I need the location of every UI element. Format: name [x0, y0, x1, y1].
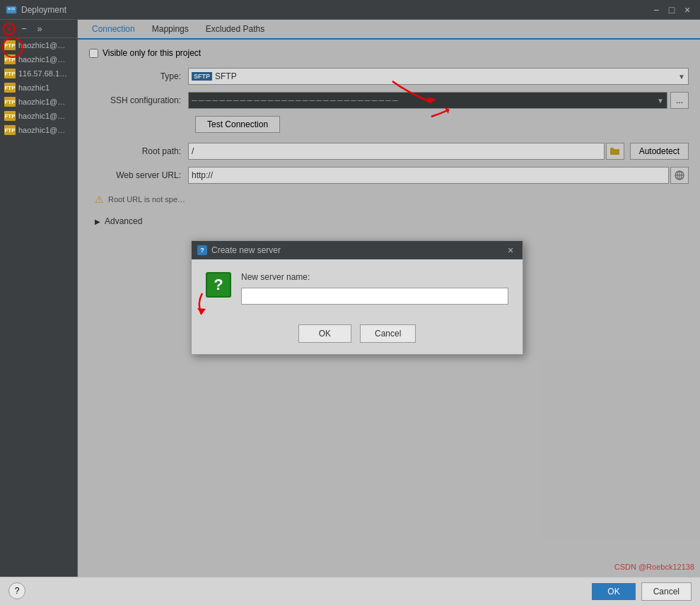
sidebar-item[interactable]: FTP 116.57.68.1… — [0, 66, 77, 81]
modal-question-icon: ? — [206, 272, 231, 298]
sidebar-item-label: haozhic1@… — [18, 126, 65, 134]
sidebar-item-label: 116.57.68.1… — [18, 69, 67, 78]
sidebar-item[interactable]: FTP haozhic1@… — [0, 38, 77, 52]
sidebar-item-label: haozhic1@… — [18, 41, 65, 49]
sftp-icon: FTP — [4, 111, 16, 121]
bottom-bar: ? OK Cancel — [0, 577, 700, 605]
modal-close-button[interactable]: × — [504, 244, 517, 257]
sidebar-item[interactable]: FTP haozhic1@… — [0, 95, 77, 109]
modal-title-icon: ? — [197, 245, 207, 255]
sftp-icon: FTP — [4, 54, 16, 64]
svg-rect-2 — [11, 8, 15, 8]
sftp-icon: FTP — [4, 125, 16, 135]
modal-cancel-button[interactable]: Cancel — [360, 324, 416, 343]
modal-body: ? New server name: — [192, 259, 523, 317]
title-bar-icon — [6, 4, 17, 16]
svg-rect-3 — [11, 9, 15, 10]
help-button[interactable]: ? — [8, 582, 25, 599]
new-server-name-input[interactable] — [241, 288, 508, 305]
sftp-icon: FTP — [4, 83, 16, 93]
sftp-icon: FTP — [4, 97, 16, 107]
modal-footer: OK Cancel — [192, 317, 523, 354]
sidebar-item-label: haozhic1@… — [18, 112, 65, 120]
title-bar: Deployment − □ × — [0, 0, 700, 20]
modal-ok-button[interactable]: OK — [298, 324, 351, 343]
sidebar-item[interactable]: FTP haozhic1@… — [0, 109, 77, 123]
sftp-icon: FTP — [4, 40, 16, 50]
sidebar-toolbar: + − » — [0, 20, 77, 38]
new-server-name-label: New server name: — [241, 272, 508, 282]
more-options-button[interactable]: » — [33, 22, 47, 36]
remove-server-button[interactable]: − — [17, 22, 31, 36]
modal-title-text: Create new server — [211, 245, 504, 255]
sidebar-item-label: haozhic1@… — [18, 55, 65, 64]
window-title: Deployment — [21, 5, 649, 15]
ok-button[interactable]: OK — [592, 583, 635, 600]
cancel-button[interactable]: Cancel — [641, 582, 692, 601]
window-controls: − □ × — [649, 3, 694, 17]
modal-form: New server name: — [241, 272, 508, 305]
close-button[interactable]: × — [680, 3, 694, 17]
sidebar-item-label: haozhic1@… — [18, 98, 65, 106]
minimize-button[interactable]: − — [649, 3, 663, 17]
create-new-server-dialog: ? Create new server × ? New server name:… — [191, 240, 523, 355]
svg-rect-1 — [8, 8, 11, 10]
sidebar-item[interactable]: FTP haozhic1@… — [0, 52, 77, 66]
add-server-button[interactable]: + — [3, 23, 16, 35]
maximize-button[interactable]: □ — [665, 3, 679, 17]
modal-title-bar: ? Create new server × — [192, 241, 523, 259]
sidebar-item[interactable]: FTP haozhic1@… — [0, 123, 77, 137]
sftp-icon: FTP — [4, 69, 16, 78]
sidebar-item-label: haozhic1 — [18, 83, 49, 92]
sidebar-item[interactable]: FTP haozhic1 — [0, 81, 77, 95]
sidebar: + − » FTP haozhic1@… FTP haozhic1@… FTP … — [0, 20, 78, 577]
